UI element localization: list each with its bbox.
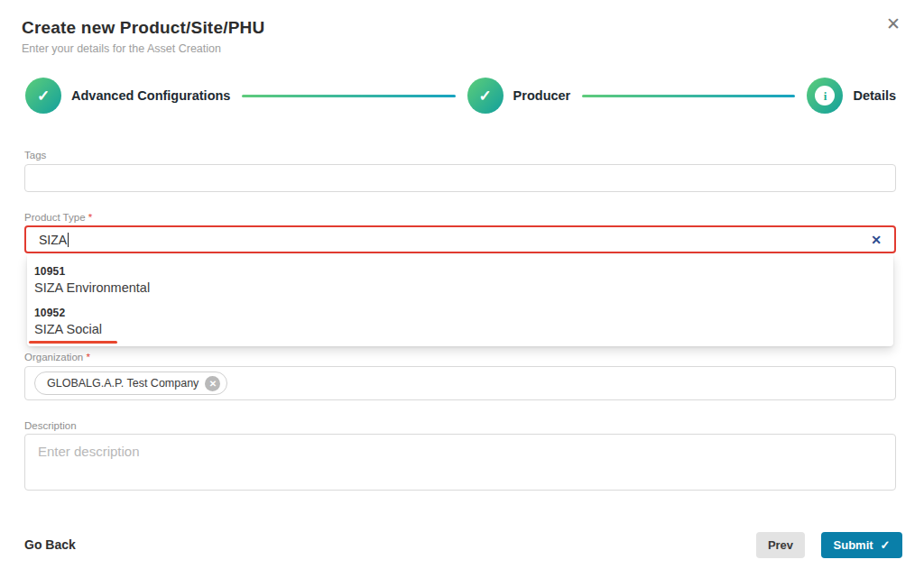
page-subtitle: Enter your details for the Asset Creatio…: [22, 42, 221, 55]
step-producer[interactable]: ✓ Producer: [467, 78, 571, 114]
step-label: Details: [853, 88, 896, 103]
tags-input[interactable]: [24, 164, 896, 192]
stepper: ✓ Advanced Configurations ✓ Producer i D…: [25, 78, 896, 114]
organization-chip: GLOBALG.A.P. Test Company ✕: [34, 372, 227, 395]
submit-button[interactable]: Submit ✓: [821, 532, 902, 558]
required-asterisk: *: [86, 352, 89, 362]
tags-label: Tags: [24, 150, 46, 161]
info-icon: i: [815, 86, 835, 106]
step-label: Producer: [513, 88, 571, 103]
dropdown-option[interactable]: 10952 SIZA Social: [34, 307, 893, 336]
stepper-connector: [242, 95, 455, 97]
chip-label: GLOBALG.A.P. Test Company: [47, 377, 199, 390]
step-current-circle: i: [807, 78, 843, 114]
product-type-label: Product Type *: [24, 212, 92, 223]
check-icon: ✓: [37, 88, 50, 104]
option-name: SIZA Social: [34, 322, 893, 336]
product-type-input[interactable]: SIZA ✕: [24, 225, 896, 253]
submit-check-icon: ✓: [881, 538, 891, 552]
go-back-button[interactable]: Go Back: [24, 537, 76, 552]
step-completed-circle: ✓: [467, 78, 504, 114]
prev-button[interactable]: Prev: [756, 532, 805, 558]
description-textarea[interactable]: [24, 434, 896, 491]
step-advanced-configurations[interactable]: ✓ Advanced Configurations: [25, 78, 230, 114]
option-code: 10952: [34, 307, 893, 319]
step-details[interactable]: i Details: [807, 78, 896, 114]
organization-label: Organization *: [24, 352, 90, 362]
chip-remove-icon[interactable]: ✕: [205, 376, 220, 391]
description-label: Description: [24, 420, 77, 431]
submit-label: Submit: [834, 538, 873, 552]
dropdown-option[interactable]: 10951 SIZA Environmental: [34, 265, 893, 295]
option-name: SIZA Environmental: [34, 280, 893, 295]
close-icon[interactable]: ✕: [886, 15, 901, 32]
option-code: 10951: [34, 265, 893, 278]
required-asterisk: *: [88, 212, 92, 223]
clear-icon[interactable]: ✕: [871, 234, 882, 246]
product-type-dropdown: 10951 SIZA Environmental 10952 SIZA Soci…: [27, 255, 893, 346]
text-cursor: [68, 233, 69, 247]
step-label: Advanced Configurations: [71, 88, 230, 103]
option-underline: [29, 341, 117, 344]
create-asset-modal: Create new Product/Site/PHU Enter your d…: [0, 0, 924, 578]
stepper-connector: [582, 95, 795, 97]
product-type-value: SIZA: [39, 233, 67, 247]
page-title: Create new Product/Site/PHU: [22, 18, 264, 38]
check-icon: ✓: [478, 88, 491, 104]
organization-input[interactable]: GLOBALG.A.P. Test Company ✕: [24, 366, 896, 400]
step-completed-circle: ✓: [25, 78, 61, 114]
